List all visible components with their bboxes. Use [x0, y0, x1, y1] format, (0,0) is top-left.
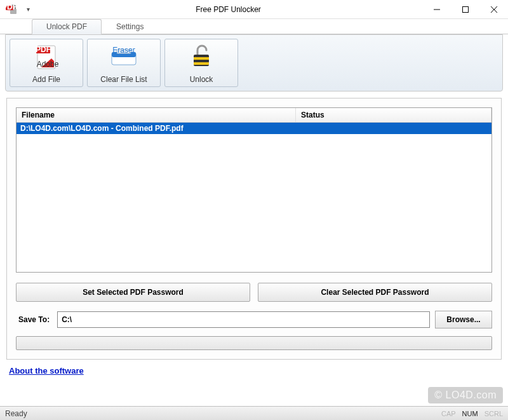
tab-unlock-pdf[interactable]: Unlock PDF [32, 19, 102, 34]
svg-text:PDF: PDF [36, 45, 51, 54]
app-icon: PDF [3, 0, 22, 19]
status-bar: Ready CAP NUM SCRL [0, 406, 508, 420]
caps-indicator: CAP [441, 410, 456, 417]
cell-filename: D:\LO4D.com\LO4D.com - Combined PDF.pdf [17, 123, 296, 134]
browse-button[interactable]: Browse... [435, 311, 492, 329]
ribbon-toolbar: PDF Adobe Add File Eraser Clear File Lis… [5, 34, 503, 91]
clear-password-button[interactable]: Clear Selected PDF Password [258, 283, 492, 302]
eraser-icon: Eraser [108, 42, 140, 72]
minimize-button[interactable] [422, 0, 451, 19]
file-list[interactable]: Filename Status D:\LO4D.com\LO4D.com - C… [16, 107, 492, 273]
table-row[interactable]: D:\LO4D.com\LO4D.com - Combined PDF.pdf [17, 123, 491, 134]
cell-status [296, 123, 491, 134]
ribbon-tabs: Unlock PDF Settings [0, 19, 508, 34]
save-to-input[interactable] [57, 311, 430, 328]
svg-rect-4 [462, 6, 468, 12]
close-button[interactable] [479, 0, 508, 19]
watermark: © LO4D.com [428, 387, 503, 403]
quick-access-dropdown-icon[interactable]: ▾ [22, 6, 34, 13]
num-indicator: NUM [462, 410, 478, 417]
clear-file-list-label: Clear File List [100, 75, 147, 84]
pdf-file-icon: PDF Adobe [32, 42, 60, 72]
maximize-button[interactable] [451, 0, 479, 19]
svg-rect-17 [194, 62, 209, 65]
svg-text:PDF: PDF [5, 3, 17, 11]
set-password-button[interactable]: Set Selected PDF Password [16, 283, 250, 302]
main-panel: Filename Status D:\LO4D.com\LO4D.com - C… [6, 98, 502, 360]
svg-text:Adobe: Adobe [37, 60, 59, 69]
clear-file-list-button[interactable]: Eraser Clear File List [87, 39, 161, 87]
file-list-body: D:\LO4D.com\LO4D.com - Combined PDF.pdf [17, 123, 491, 272]
title-bar: PDF ▾ Free PDF Unlocker [0, 0, 508, 19]
svg-rect-16 [194, 57, 209, 60]
scroll-indicator: SCRL [485, 410, 503, 417]
column-filename[interactable]: Filename [17, 108, 296, 122]
tab-settings[interactable]: Settings [102, 19, 158, 34]
window-title: Free PDF Unlocker [34, 5, 422, 14]
add-file-label: Add File [32, 75, 60, 84]
column-status[interactable]: Status [296, 108, 491, 122]
about-link[interactable]: About the software [9, 366, 499, 376]
svg-text:Eraser: Eraser [112, 46, 135, 55]
status-text: Ready [5, 409, 27, 418]
file-list-header: Filename Status [17, 108, 491, 123]
progress-bar [16, 336, 492, 350]
unlock-button[interactable]: Unlock [164, 39, 238, 87]
save-to-label: Save To: [16, 315, 52, 324]
unlock-label: Unlock [190, 75, 213, 84]
unlock-icon [187, 42, 215, 72]
add-file-button[interactable]: PDF Adobe Add File [10, 39, 83, 87]
